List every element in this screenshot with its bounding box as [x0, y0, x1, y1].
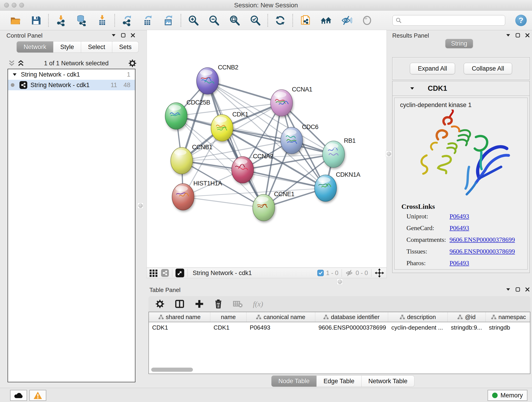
float-panel-icon[interactable] [515, 33, 520, 38]
hscrollbar-thumb[interactable] [151, 368, 193, 372]
crosslink-value[interactable]: P06493 [450, 213, 469, 220]
network-edge[interactable] [183, 197, 264, 208]
eye-icon[interactable] [361, 15, 373, 26]
network-node-CDC6[interactable] [281, 127, 303, 154]
column-header--id[interactable]: @id [448, 312, 486, 322]
network-collection-row[interactable]: String Network - cdk1 1 [8, 69, 135, 80]
grid-view-icon[interactable] [149, 269, 158, 277]
close-panel-icon[interactable] [525, 287, 530, 292]
column-header-shared-name[interactable]: shared name [149, 312, 210, 322]
network-node-CCNB2[interactable] [196, 68, 219, 94]
table-cell: CDK1 [149, 322, 210, 333]
zoom-in-icon[interactable] [188, 15, 199, 26]
crosslink-value[interactable]: 9606.ENSP00000378699 [450, 236, 515, 243]
network-node-CDK1[interactable] [211, 115, 233, 141]
entry-header[interactable]: CDK1 [393, 81, 530, 96]
column-header-namespac[interactable]: namespac [486, 312, 530, 322]
tab-select[interactable]: Select [81, 41, 112, 53]
gear-icon[interactable] [128, 59, 137, 67]
tab-network-table[interactable]: Network Table [361, 375, 415, 387]
close-panel-icon[interactable] [131, 33, 135, 38]
close-panel-icon[interactable] [525, 33, 530, 38]
column-header-description[interactable]: description [388, 312, 448, 322]
crosslink-row: GeneCard:P06493 [394, 222, 527, 234]
network-node-HIST1H1A[interactable] [172, 184, 194, 210]
import-database-icon[interactable] [76, 15, 87, 26]
tab-edge-table[interactable]: Edge Table [317, 375, 361, 387]
network-edge[interactable] [243, 170, 326, 188]
column-header-database-identifier[interactable]: database identifier [315, 312, 388, 322]
collapse-panel-icon[interactable] [506, 288, 510, 291]
float-panel-icon[interactable] [121, 33, 126, 38]
zoom-out-icon[interactable] [208, 15, 220, 26]
bottom-splitter-handle[interactable] [337, 279, 343, 285]
selected-checkbox-icon[interactable] [317, 270, 324, 276]
homes-icon[interactable] [320, 15, 331, 26]
hide-selected-icon[interactable] [341, 15, 352, 26]
tab-node-table[interactable]: Node Table [271, 375, 317, 387]
column-header-name[interactable]: name [210, 312, 247, 322]
results-panel-title: Results Panel [392, 32, 429, 39]
collapse-panel-icon[interactable] [111, 34, 116, 37]
tab-network[interactable]: Network [17, 41, 53, 53]
left-splitter-handle[interactable] [138, 203, 143, 209]
column-header-canonical-name[interactable]: canonical name [247, 312, 315, 322]
import-network-icon[interactable] [55, 15, 67, 26]
show-columns-icon[interactable] [175, 299, 185, 308]
network-node-count: 11 [111, 82, 117, 89]
float-panel-icon[interactable] [515, 287, 520, 292]
network-node-CCNB1[interactable] [171, 147, 193, 174]
export-table-icon[interactable] [142, 15, 153, 26]
collapse-all-chevron-icon[interactable] [17, 60, 24, 67]
network-canvas[interactable]: CCNB2CCNA1CDC25BCDK1CDC6RB1CCNB1CCNA2CDK… [147, 30, 387, 268]
network-node-CDC25B[interactable] [165, 103, 187, 129]
refresh-icon[interactable] [274, 15, 286, 26]
network-node-CCNA2[interactable] [232, 157, 254, 183]
export-image-icon[interactable] [163, 15, 174, 26]
column-header-label: @id [465, 313, 476, 321]
tab-string[interactable]: String [445, 39, 473, 48]
hidden-eye-icon[interactable] [345, 269, 353, 277]
search-icon [395, 17, 402, 24]
right-splitter-handle[interactable] [386, 151, 392, 157]
warnings-button[interactable] [29, 390, 46, 401]
help-icon[interactable]: ? [515, 15, 527, 26]
collapse-panel-icon[interactable] [506, 34, 510, 37]
tree-expander-icon[interactable] [13, 73, 17, 76]
entry-expander-icon[interactable] [410, 87, 414, 90]
collapse-all-button[interactable]: Collapse All [464, 63, 512, 74]
crosslink-value[interactable]: P06493 [450, 259, 469, 267]
tab-style[interactable]: Style [53, 41, 81, 53]
network-node-RB1[interactable] [323, 141, 345, 167]
gear-icon[interactable] [155, 299, 165, 308]
crosslink-value[interactable]: 9606.ENSP00000378699 [450, 248, 515, 255]
hidden-count: 0 - 0 [355, 269, 368, 277]
zoom-selected-icon[interactable] [249, 15, 261, 26]
network-edge[interactable] [208, 81, 264, 208]
share-network-icon[interactable] [161, 269, 169, 277]
import-table-icon[interactable] [96, 15, 108, 26]
network-row[interactable]: String Network - cdk1 11 48 [8, 80, 135, 90]
add-column-icon[interactable] [195, 299, 204, 308]
network-node-CDKN1A[interactable] [315, 175, 336, 201]
netbar-separator [342, 269, 342, 277]
network-node-CCNA1[interactable] [271, 89, 293, 116]
export-network-icon[interactable] [121, 15, 133, 26]
share-document-icon[interactable] [299, 15, 311, 26]
save-session-icon[interactable] [30, 15, 42, 26]
expand-all-chevron-icon[interactable] [8, 60, 15, 67]
pan-crosshair-icon[interactable] [375, 268, 384, 278]
tab-sets[interactable]: Sets [112, 41, 139, 53]
search-input[interactable] [404, 16, 502, 25]
zoom-fit-icon[interactable] [229, 15, 240, 26]
delete-column-icon[interactable] [214, 299, 223, 309]
crosslink-value[interactable]: P06493 [450, 224, 469, 232]
network-edge[interactable] [208, 81, 282, 103]
birdseye-view-icon[interactable] [176, 269, 184, 277]
memory-button[interactable]: Memory [488, 390, 527, 401]
open-session-icon[interactable] [10, 15, 21, 26]
network-node-CCNE1[interactable] [253, 194, 275, 221]
expand-all-button[interactable]: Expand All [410, 63, 455, 74]
table-row[interactable]: CDK1CDK1P064939606.ENSP00000378699cyclin… [149, 322, 530, 333]
automation-cloud-button[interactable] [10, 390, 27, 401]
